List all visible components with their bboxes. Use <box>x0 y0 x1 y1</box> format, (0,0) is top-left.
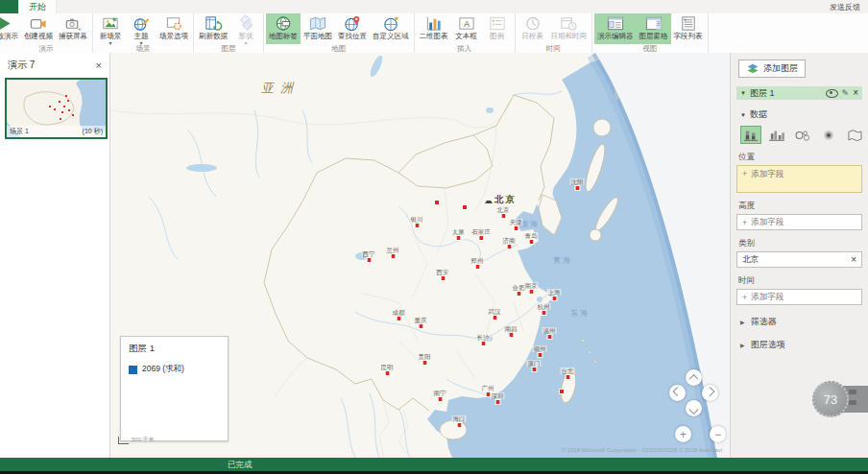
section-图层选项[interactable]: ▶图层选项 <box>736 339 862 351</box>
ribbon-group: 刷新数据形状▾图层 <box>194 13 264 53</box>
city-marker-青岛[interactable]: 青岛 <box>524 232 539 244</box>
data-section-header[interactable]: ▼ 数据 <box>736 108 862 121</box>
city-marker-台北[interactable]: 台北 <box>561 367 575 379</box>
ribbon-button-find-location[interactable]: 查找位置 <box>335 13 370 44</box>
zoom-out-button[interactable]: − <box>710 426 726 442</box>
tour-panel: 演示 7 × 场景 1 (10 秒) <box>0 53 110 458</box>
viz-type-heatmap[interactable] <box>818 126 839 144</box>
ribbon-button-tour-editor[interactable]: 演示编辑器 <box>594 13 637 44</box>
ribbon-button-timeline[interactable]: 日程表 <box>518 13 548 44</box>
map-legend[interactable]: 图层 1 2069 (求和) <box>120 336 229 441</box>
ribbon-button-datetime[interactable]: 日期和时间 <box>548 13 591 44</box>
field-box-高度[interactable]: +添加字段 <box>736 214 862 230</box>
send-feedback-link[interactable]: 发送反馈 <box>830 2 868 12</box>
delete-layer-icon[interactable]: × <box>853 88 858 98</box>
viz-type-region[interactable] <box>844 126 865 144</box>
expand-caret-icon: ▶ <box>740 319 745 325</box>
city-marker[interactable] <box>560 390 564 393</box>
city-marker-西宁[interactable]: 西宁 <box>362 250 376 262</box>
viz-type-bubble[interactable] <box>792 126 813 144</box>
ribbon-button-legend[interactable]: 图例 <box>482 13 513 44</box>
city-marker[interactable] <box>463 205 467 209</box>
ribbon-button-refresh-data[interactable]: 刷新数据 <box>196 13 230 44</box>
city-marker-长沙[interactable]: 长沙 <box>476 334 491 345</box>
section-筛选器[interactable]: ▶筛选器 <box>736 316 862 328</box>
remove-field-icon[interactable]: × <box>851 255 856 265</box>
close-icon[interactable]: × <box>96 60 102 70</box>
ribbon-button-field-list[interactable]: 字段列表 <box>671 13 706 44</box>
ribbon-group: 演示编辑器图层窗格字段列表视图 <box>592 13 709 53</box>
rename-pencil-icon[interactable]: ✎ <box>842 89 850 98</box>
ribbon-group: 新场景▾主题▾场景选项场景 <box>93 13 194 53</box>
city-marker-贵阳[interactable]: 贵阳 <box>418 353 432 365</box>
ribbon-button-create-video[interactable]: 创建视频 <box>21 13 56 44</box>
ribbon-button-layer-pane[interactable]: 图层窗格 <box>637 13 671 44</box>
pan-left-button[interactable] <box>669 385 686 401</box>
file-tab[interactable] <box>0 0 18 13</box>
city-marker-福州[interactable]: 福州 <box>533 345 547 357</box>
city-marker-成都[interactable]: 成都 <box>392 309 406 320</box>
ribbon-button-chart-2d[interactable]: 二维图表 <box>417 13 451 44</box>
chevron-left-icon <box>673 387 683 396</box>
field-label: 位置 <box>736 152 862 163</box>
ribbon-button-flat-map[interactable]: 平面地图 <box>301 13 335 44</box>
city-marker-上海[interactable]: 上海 <box>547 289 562 300</box>
collapse-caret-icon[interactable]: ▼ <box>740 90 746 96</box>
recorder-timer[interactable]: 73 <box>812 381 849 417</box>
recorder-widget[interactable]: 73 <box>812 381 868 417</box>
city-marker-武汉[interactable]: 武汉 <box>488 308 502 320</box>
city-marker[interactable] <box>435 201 439 204</box>
ribbon-button-custom-regions[interactable]: 自定义区域 <box>370 13 412 44</box>
data-point-icon <box>391 254 395 258</box>
city-marker-深圳[interactable]: 深圳 <box>491 392 505 404</box>
map-canvas[interactable]: 亚洲 北京 渤海黄海东海 沈阳北京天津太原石家庄济南青岛银川兰州西宁西安郑州成都… <box>110 53 730 458</box>
recorder-button-icon[interactable] <box>849 400 856 405</box>
pan-up-button[interactable] <box>686 369 702 386</box>
tab-home[interactable]: 开始 <box>18 0 57 13</box>
city-marker-沈阳[interactable]: 沈阳 <box>570 178 585 190</box>
viz-type-stacked-column[interactable] <box>740 126 761 144</box>
ribbon-button-themes[interactable]: 主题▾ <box>126 13 157 44</box>
ribbon-button-capture-screen[interactable]: +捕获屏幕 <box>56 13 90 44</box>
city-marker-西安[interactable]: 西安 <box>436 269 450 280</box>
ribbon-button-map-labels[interactable]: 地图标签 <box>266 13 301 44</box>
field-box-时间[interactable]: +添加字段 <box>736 289 862 305</box>
city-marker-南昌[interactable]: 南昌 <box>504 325 518 337</box>
ribbon-button-label: 图例 <box>490 33 504 41</box>
city-marker-温州[interactable]: 温州 <box>542 327 557 339</box>
city-marker-郑州[interactable]: 郑州 <box>470 257 485 269</box>
viz-type-clustered-column[interactable] <box>766 126 787 144</box>
layer-header[interactable]: ▼ 图层 1 ✎ × <box>736 86 862 100</box>
field-box-位置[interactable]: +添加字段 <box>736 165 862 193</box>
recorder-button-icon[interactable] <box>849 390 856 394</box>
city-marker-兰州[interactable]: 兰州 <box>386 247 400 258</box>
city-marker-南京[interactable]: 南京 <box>524 282 539 294</box>
city-marker-昆明[interactable]: 昆明 <box>380 364 395 375</box>
ribbon-button-scene-options[interactable]: 场景选项 <box>157 13 191 44</box>
pan-down-button[interactable] <box>686 400 702 416</box>
ribbon-button-textbox[interactable]: A文本框 <box>451 13 482 44</box>
field-box-类别[interactable]: 北京× <box>736 251 862 268</box>
city-marker-厦门[interactable]: 厦门 <box>527 360 542 371</box>
add-layer-button[interactable]: 添加图层 <box>738 59 806 78</box>
ribbon-button-new-scene[interactable]: 新场景▾ <box>95 13 126 44</box>
ribbon-button-play-tour[interactable]: 播放演示 <box>0 13 21 44</box>
ribbon-button-shapes[interactable]: 形状▾ <box>230 13 261 44</box>
city-marker-重庆[interactable]: 重庆 <box>414 317 428 328</box>
zoom-in-button[interactable]: + <box>675 426 691 442</box>
city-marker-海口[interactable]: 海口 <box>452 415 467 427</box>
city-marker-太原[interactable]: 太原 <box>451 228 466 240</box>
city-marker-济南[interactable]: 济南 <box>502 237 517 249</box>
visibility-eye-icon[interactable] <box>826 89 838 98</box>
data-point-icon <box>486 392 490 396</box>
pan-right-button[interactable] <box>702 385 718 401</box>
city-marker-石家庄[interactable]: 石家庄 <box>470 228 492 240</box>
city-marker-北京[interactable]: 北京 <box>496 206 511 218</box>
city-marker-南宁[interactable]: 南宁 <box>433 390 447 401</box>
city-marker-天津[interactable]: 天津 <box>509 219 523 230</box>
scene-thumbnail[interactable]: 场景 1 (10 秒) <box>5 78 108 139</box>
ribbon-button-label: 图层窗格 <box>639 33 668 41</box>
city-marker-银川[interactable]: 银川 <box>410 216 424 227</box>
city-marker-杭州[interactable]: 杭州 <box>537 303 551 315</box>
city-label: 台北 <box>561 367 575 374</box>
